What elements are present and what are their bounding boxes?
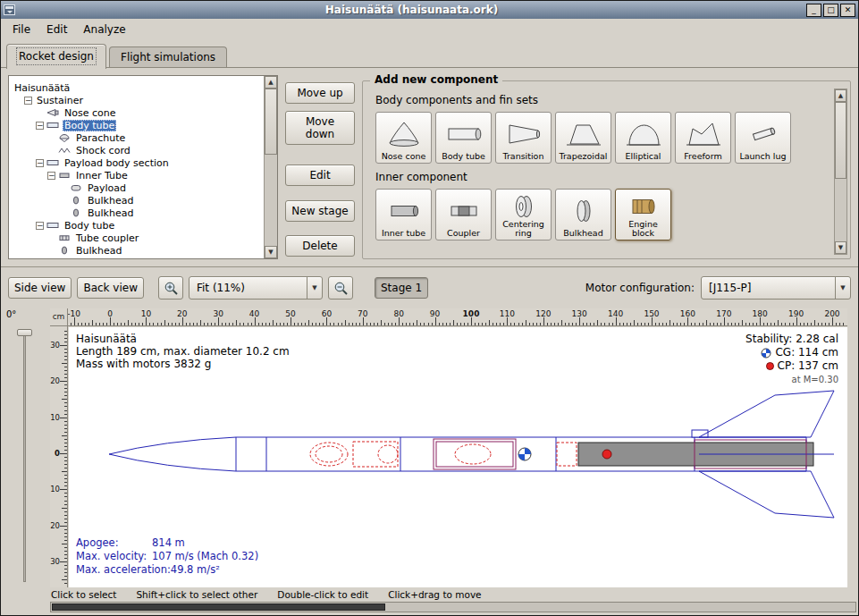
maximize-button[interactable]: □ xyxy=(823,4,838,17)
side-view-button[interactable]: Side view xyxy=(8,277,72,299)
palette-button-coupler[interactable]: Coupler xyxy=(435,189,492,240)
ruler-label: 90 xyxy=(430,309,440,318)
scrollbar-thumb[interactable] xyxy=(835,102,846,179)
rocket-canvas[interactable]: Haisunäätä Length 189 cm, max. diameter … xyxy=(69,327,847,587)
close-button[interactable]: ✕ xyxy=(840,4,855,17)
bulkhead-icon xyxy=(70,196,83,205)
palette-button-engine-block[interactable]: Engine block xyxy=(615,189,671,240)
palette-button-bulkhead[interactable]: Bulkhead xyxy=(555,189,611,240)
zoom-in-button[interactable] xyxy=(158,276,183,300)
tree-expander-icon[interactable]: − xyxy=(36,222,44,230)
flight-stats: Apogee:814 mMax. velocity:107 m/s (Mach … xyxy=(76,536,258,577)
scroll-down-icon[interactable]: ▼ xyxy=(835,241,846,254)
inner-tube-icon xyxy=(386,192,422,229)
palette-button-label: Bulkhead xyxy=(563,229,602,238)
new-stage-button[interactable]: New stage xyxy=(285,200,355,222)
palette-scrollbar[interactable]: ▲ ▼ xyxy=(834,89,847,255)
rocket-view: 0° cm -100102030405060708090100110120130… xyxy=(1,308,858,587)
bulkhead-icon xyxy=(566,192,602,229)
menu-file[interactable]: File xyxy=(4,21,38,38)
tree-item-bulkhead[interactable]: Bulkhead xyxy=(9,207,264,219)
rotation-slider[interactable] xyxy=(23,330,26,582)
cp-icon xyxy=(766,362,774,370)
hint-text: Click+drag to move xyxy=(388,589,481,600)
tree-scrollbar[interactable]: ▲ ▼ xyxy=(264,76,277,258)
edit-button[interactable]: Edit xyxy=(285,165,355,186)
tree-expander-icon[interactable]: − xyxy=(24,97,32,105)
elliptical-icon xyxy=(626,115,661,152)
tree-expander-icon[interactable]: − xyxy=(47,172,55,180)
tree-item-nose-cone[interactable]: Nose cone xyxy=(9,106,264,119)
ruler-label: 50 xyxy=(285,309,295,318)
palette-button-elliptical[interactable]: Elliptical xyxy=(615,112,671,164)
ruler-label: 200 xyxy=(824,309,839,318)
palette-button-transition[interactable]: Transition xyxy=(495,112,552,164)
cg-marker xyxy=(518,448,531,460)
parachute-icon xyxy=(58,133,72,142)
tree-item-label: Bulkhead xyxy=(86,195,135,207)
motor-config-select[interactable]: [J115-P] ▼ xyxy=(701,276,851,300)
rotation-slider-handle[interactable] xyxy=(17,329,32,336)
zoom-select[interactable]: Fit (11%) ▼ xyxy=(189,276,323,300)
tree-item-label: Payload body section xyxy=(63,157,171,169)
palette-button-trapezoidal[interactable]: Trapezoidal xyxy=(555,112,611,164)
rocket-name: Haisunäätä xyxy=(76,333,290,345)
tree-item-label: Sustainer xyxy=(35,95,85,106)
scrollbar-thumb[interactable] xyxy=(52,603,385,611)
tree-expander-icon[interactable]: − xyxy=(36,159,44,167)
zoom-out-button[interactable] xyxy=(328,276,353,300)
palette-button-body-tube[interactable]: Body tube xyxy=(435,112,492,164)
tree-item-sustainer[interactable]: −Sustainer xyxy=(9,94,264,106)
ruler-label: 20 xyxy=(177,309,187,318)
freeform-icon xyxy=(686,115,721,152)
menu-analyze[interactable]: Analyze xyxy=(75,21,133,38)
scrollbar-track[interactable] xyxy=(835,102,846,241)
app-window: Haisunäätä (haisunaata.ork) _ □ ✕ FileEd… xyxy=(0,0,859,616)
ruler-label: 10 xyxy=(50,485,60,494)
menu-edit[interactable]: Edit xyxy=(38,21,75,38)
window-menu-icon[interactable] xyxy=(4,4,15,15)
ruler-label: 130 xyxy=(572,309,587,318)
tree-item-haisun-t[interactable]: Haisunäätä xyxy=(9,81,264,94)
horizontal-scrollbar[interactable] xyxy=(50,602,856,612)
minimize-button[interactable]: _ xyxy=(806,4,821,17)
titlebar[interactable]: Haisunäätä (haisunaata.ork) _ □ ✕ xyxy=(1,1,858,19)
ruler-label: -30 xyxy=(50,341,60,350)
nose-cone-icon xyxy=(386,115,422,152)
scroll-down-icon[interactable]: ▼ xyxy=(265,246,277,258)
tree-item-inner-tube[interactable]: −Inner Tube xyxy=(9,169,264,181)
palette-group-label: Inner component xyxy=(375,171,830,183)
motor-config-label: Motor configuration: xyxy=(585,282,695,294)
tree-item-parachute[interactable]: Parachute xyxy=(9,131,264,144)
tree-item-body-tube[interactable]: −Body tube xyxy=(9,119,264,131)
scrollbar-thumb[interactable] xyxy=(265,89,277,155)
scrollbar-track[interactable] xyxy=(265,89,277,246)
tree-item-bulkhead[interactable]: Bulkhead xyxy=(9,194,264,207)
tree-item-body-tube[interactable]: −Body tube xyxy=(9,219,264,232)
tree-item-payload[interactable]: Payload xyxy=(9,181,264,194)
palette-button-launch-lug[interactable]: Launch lug xyxy=(735,112,791,164)
tree-item-payload-body-section[interactable]: −Payload body section xyxy=(9,156,264,169)
scroll-up-icon[interactable]: ▲ xyxy=(265,76,277,89)
palette-button-inner-tube[interactable]: Inner tube xyxy=(375,189,432,240)
palette-button-freeform[interactable]: Freeform xyxy=(675,112,731,164)
tree-item-tube-coupler[interactable]: Tube coupler xyxy=(9,232,264,244)
tab-flight-simulations[interactable]: Flight simulations xyxy=(109,46,227,68)
move-down-button[interactable]: Move down xyxy=(285,111,355,145)
scroll-up-icon[interactable]: ▲ xyxy=(835,89,846,102)
back-view-button[interactable]: Back view xyxy=(77,277,144,299)
body-tube-icon xyxy=(446,115,482,152)
palette-button-nose-cone[interactable]: Nose cone xyxy=(375,112,432,164)
delete-button[interactable]: Delete xyxy=(285,235,355,257)
tree-item-bulkhead[interactable]: Bulkhead xyxy=(9,244,264,257)
tab-rocket-design[interactable]: Rocket design xyxy=(6,44,106,69)
rocket-info: Haisunäätä Length 189 cm, max. diameter … xyxy=(76,333,290,370)
tree-expander-icon[interactable]: − xyxy=(36,122,44,130)
flight-stat-label: Max. acceleration: xyxy=(76,563,171,577)
cg-value: CG: 114 cm xyxy=(775,346,838,359)
palette-button-centering-ring[interactable]: Centering ring xyxy=(495,189,552,240)
ruler-label: 60 xyxy=(322,309,332,318)
stage-1-toggle[interactable]: Stage 1 xyxy=(375,277,428,299)
move-up-button[interactable]: Move up xyxy=(285,82,355,104)
tree-item-shock-cord[interactable]: Shock cord xyxy=(9,144,264,156)
